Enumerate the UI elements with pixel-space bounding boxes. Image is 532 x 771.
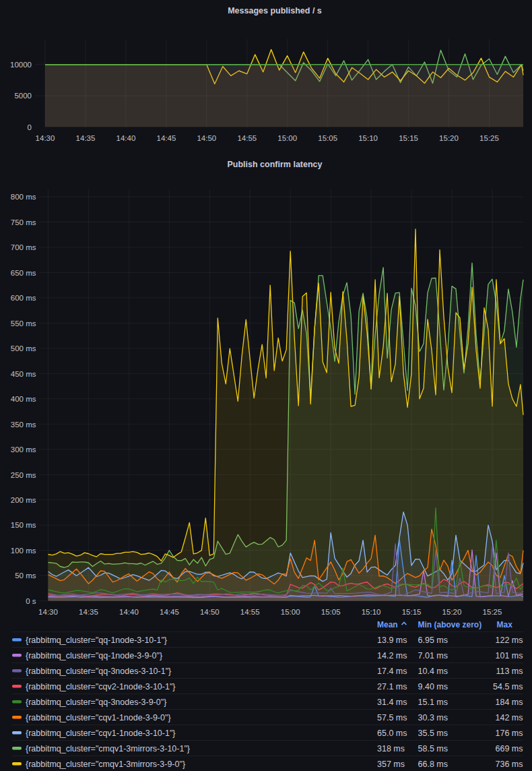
svg-text:14:50: 14:50 — [197, 134, 216, 142]
svg-text:550 ms: 550 ms — [11, 319, 36, 328]
svg-text:150 ms: 150 ms — [11, 521, 36, 529]
svg-text:400 ms: 400 ms — [11, 395, 36, 403]
svg-text:9.40 ms: 9.40 ms — [418, 682, 448, 691]
svg-text:700 ms: 700 ms — [11, 243, 36, 251]
svg-text:669 ms: 669 ms — [496, 744, 523, 753]
svg-text:184 ms: 184 ms — [496, 698, 523, 707]
svg-text:113 ms: 113 ms — [496, 667, 523, 676]
svg-text:5000: 5000 — [14, 92, 32, 100]
svg-text:350 ms: 350 ms — [11, 421, 36, 429]
svg-text:736 ms: 736 ms — [496, 760, 523, 769]
svg-text:30.3 ms: 30.3 ms — [418, 713, 448, 722]
svg-text:{rabbitmq_cluster="qq-3nodes-3: {rabbitmq_cluster="qq-3nodes-3-9-0"} — [26, 698, 166, 707]
svg-text:Max: Max — [497, 620, 513, 629]
svg-text:15:15: 15:15 — [402, 608, 422, 616]
svg-text:{rabbitmq_cluster="qq-3nodes-3: {rabbitmq_cluster="qq-3nodes-3-10-1"} — [26, 667, 171, 676]
svg-text:15:20: 15:20 — [439, 134, 459, 142]
svg-text:14:45: 14:45 — [160, 608, 179, 616]
svg-text:14:35: 14:35 — [79, 608, 98, 616]
svg-text:650 ms: 650 ms — [11, 269, 36, 277]
svg-text:15:15: 15:15 — [399, 134, 418, 142]
svg-text:800 ms: 800 ms — [11, 193, 36, 201]
svg-text:15.1 ms: 15.1 ms — [418, 698, 448, 707]
svg-text:122 ms: 122 ms — [496, 636, 523, 645]
svg-text:300 ms: 300 ms — [11, 445, 36, 454]
svg-text:{rabbitmq_cluster="cqv1-1node-: {rabbitmq_cluster="cqv1-1node-3-9-0"} — [26, 713, 171, 722]
svg-text:13.9 ms: 13.9 ms — [377, 636, 407, 645]
svg-text:100 ms: 100 ms — [11, 547, 36, 555]
svg-text:450 ms: 450 ms — [11, 370, 36, 378]
svg-text:15:00: 15:00 — [281, 608, 300, 616]
svg-text:14:30: 14:30 — [36, 134, 55, 142]
svg-text:35.5 ms: 35.5 ms — [418, 729, 448, 738]
svg-text:600 ms: 600 ms — [11, 294, 36, 302]
svg-text:500 ms: 500 ms — [11, 344, 36, 352]
svg-text:7.01 ms: 7.01 ms — [418, 651, 448, 660]
svg-text:750 ms: 750 ms — [11, 218, 36, 226]
svg-text:6.95 ms: 6.95 ms — [418, 636, 448, 645]
svg-text:14:50: 14:50 — [200, 608, 220, 616]
svg-text:318 ms: 318 ms — [377, 744, 405, 753]
svg-text:176 ms: 176 ms — [496, 729, 523, 738]
svg-text:10000: 10000 — [10, 61, 32, 69]
svg-text:27.1 ms: 27.1 ms — [377, 682, 407, 691]
svg-text:14:35: 14:35 — [76, 134, 96, 142]
svg-text:{rabbitmq_cluster="qq-1node-3-: {rabbitmq_cluster="qq-1node-3-9-0"} — [26, 651, 162, 660]
svg-text:15:10: 15:10 — [358, 134, 378, 142]
svg-text:{rabbitmq_cluster="cmqv1-3mirr: {rabbitmq_cluster="cmqv1-3mirrors-3-10-1… — [26, 744, 190, 753]
svg-text:14:40: 14:40 — [119, 608, 139, 616]
svg-text:{rabbitmq_cluster="cmqv1-3mirr: {rabbitmq_cluster="cmqv1-3mirrors-3-9-0"… — [26, 760, 185, 769]
svg-text:14:45: 14:45 — [157, 134, 176, 142]
svg-text:Mean: Mean — [377, 620, 398, 629]
svg-text:15:05: 15:05 — [318, 134, 337, 142]
svg-text:101 ms: 101 ms — [496, 651, 523, 660]
svg-text:14:40: 14:40 — [117, 134, 136, 142]
svg-text:200 ms: 200 ms — [11, 496, 36, 504]
svg-text:15:05: 15:05 — [321, 608, 341, 616]
svg-text:31.4 ms: 31.4 ms — [377, 698, 407, 707]
svg-text:{rabbitmq_cluster="qq-1node-3-: {rabbitmq_cluster="qq-1node-3-10-1"} — [26, 636, 167, 645]
svg-text:14:55: 14:55 — [240, 608, 260, 616]
svg-text:65.0 ms: 65.0 ms — [377, 729, 407, 738]
svg-text:357 ms: 357 ms — [377, 760, 405, 769]
svg-text:15:10: 15:10 — [362, 608, 381, 616]
svg-text:15:25: 15:25 — [479, 134, 499, 142]
svg-text:15:00: 15:00 — [277, 134, 297, 142]
svg-text:{rabbitmq_cluster="cqv2-1node-: {rabbitmq_cluster="cqv2-1node-3-10-1"} — [26, 682, 176, 691]
svg-text:{rabbitmq_cluster="cqv1-1node-: {rabbitmq_cluster="cqv1-1node-3-10-1"} — [26, 729, 176, 738]
svg-text:66.8 ms: 66.8 ms — [418, 760, 448, 769]
svg-text:14.2 ms: 14.2 ms — [377, 651, 407, 660]
svg-text:0: 0 — [28, 123, 32, 131]
svg-text:54.5 ms: 54.5 ms — [493, 682, 523, 691]
svg-text:17.4 ms: 17.4 ms — [377, 667, 407, 676]
svg-text:14:55: 14:55 — [237, 134, 257, 142]
svg-text:14:30: 14:30 — [38, 608, 58, 616]
svg-text:0 s: 0 s — [26, 597, 36, 605]
svg-text:58.5 ms: 58.5 ms — [418, 744, 448, 753]
svg-text:250 ms: 250 ms — [11, 471, 36, 479]
svg-text:10.4 ms: 10.4 ms — [418, 667, 448, 676]
svg-text:142 ms: 142 ms — [496, 713, 523, 722]
svg-text:15:25: 15:25 — [483, 608, 502, 616]
svg-text:50 ms: 50 ms — [15, 572, 36, 580]
svg-text:15:20: 15:20 — [442, 608, 462, 616]
svg-text:57.5 ms: 57.5 ms — [377, 713, 407, 722]
svg-text:Min (above zero): Min (above zero) — [418, 620, 482, 629]
